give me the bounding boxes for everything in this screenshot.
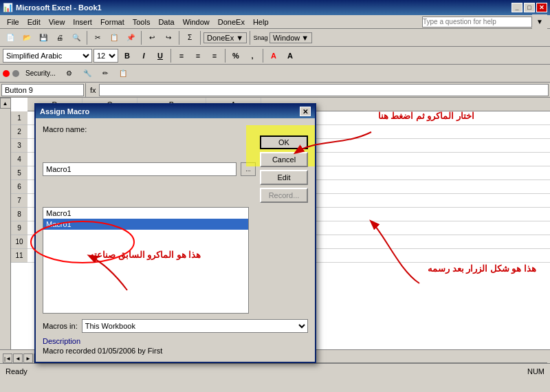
dialog-close-button[interactable]: ✕ — [300, 107, 311, 116]
title-bar: 📊 Microsoft Excel - Book1 _ □ ✕ — [0, 0, 550, 15]
row-9: 9 — [11, 221, 28, 235]
font-size-selector[interactable]: 12 — [94, 49, 118, 63]
scroll-up-btn[interactable]: ▲ — [0, 98, 11, 109]
assign-macro-dialog: Assign Macro ✕ Macro name: ... OK Cancel… — [34, 103, 316, 363]
ok-button[interactable]: OK — [260, 135, 308, 149]
sep1 — [87, 31, 87, 45]
macros-in-label: Macros in: — [43, 322, 78, 330]
tools-btn4[interactable]: 📋 — [116, 66, 131, 81]
align-center-button[interactable]: ≡ — [190, 49, 206, 63]
close-button[interactable]: ✕ — [536, 3, 547, 12]
row-11: 11 — [11, 249, 28, 263]
formula-input[interactable] — [99, 84, 549, 96]
security-btn[interactable]: Security... — [22, 66, 59, 81]
sheet-next-btn[interactable]: ► — [23, 353, 33, 363]
row-8: 8 — [11, 208, 28, 221]
window-title: Microsoft Excel - Book1 — [16, 3, 512, 12]
dialog-body: Macro name: ... OK Cancel Edit Record...… — [36, 118, 315, 362]
window-dropdown[interactable]: Window ▼ — [270, 32, 312, 43]
window-controls: _ □ ✕ — [512, 3, 547, 12]
window-label: Window — [273, 34, 300, 42]
status-text: Ready — [6, 367, 28, 375]
sep2 — [141, 31, 142, 45]
formula-bar: fx — [0, 83, 550, 98]
annotation-right: هذا هو شكل الزرار بعد رسمه — [428, 263, 536, 275]
preview-button[interactable]: 🔍 — [69, 30, 84, 45]
menu-tools[interactable]: Tools — [129, 17, 155, 27]
row-4: 4 — [11, 153, 28, 166]
snagit-button[interactable]: Snag — [253, 30, 268, 45]
font-color-button[interactable]: A — [283, 49, 298, 63]
open-button[interactable]: 📂 — [19, 30, 34, 45]
align-right-button[interactable]: ≡ — [207, 49, 222, 63]
fill-color-button[interactable]: A — [266, 49, 281, 63]
description-section: Description Macro recorded 01/05/2006 by… — [43, 337, 308, 355]
save-button[interactable]: 💾 — [36, 30, 51, 45]
edit-button[interactable]: Edit — [260, 170, 308, 185]
sheet-first-btn[interactable]: |◄ — [3, 353, 12, 363]
menu-edit[interactable]: Edit — [23, 17, 45, 27]
menu-format[interactable]: Format — [96, 17, 129, 27]
sum-button[interactable]: Σ — [182, 30, 197, 45]
menu-window[interactable]: Window — [179, 17, 214, 27]
help-search-button[interactable]: ▼ — [532, 14, 547, 30]
description-label: Description — [43, 337, 308, 345]
tools-btn2[interactable]: 🔧 — [80, 66, 95, 81]
row-2: 2 — [11, 125, 28, 139]
print-button[interactable]: 🖨 — [52, 30, 67, 45]
undo-button[interactable]: ↩ — [144, 30, 160, 45]
dialog-title-bar: Assign Macro ✕ — [36, 105, 315, 118]
formula-icon: fx — [87, 86, 99, 94]
macro-name-input[interactable] — [43, 162, 236, 176]
new-button[interactable]: 📄 — [3, 30, 18, 45]
paste-button[interactable]: 📌 — [123, 30, 138, 45]
macro-name-row: ... OK Cancel Edit Record... — [43, 135, 308, 203]
name-box[interactable] — [1, 84, 84, 96]
annotation-bottom-left: هذا هو الماكرو السابق صناعته — [89, 249, 201, 261]
comma-button[interactable]: , — [245, 49, 260, 63]
formatting-toolbar: Simplified Arabic 12 B I U ≡ ≡ ≡ % , A A — [0, 47, 550, 65]
copy-button[interactable]: 📋 — [107, 30, 122, 45]
cut-button[interactable]: ✂ — [90, 30, 105, 45]
menu-insert[interactable]: Insert — [69, 17, 96, 27]
description-text: Macro recorded 01/05/2006 by First — [43, 347, 308, 355]
fmt-sep1 — [170, 49, 171, 63]
excel-icon: 📊 — [3, 3, 13, 12]
scroll-left: ▲ — [0, 98, 11, 349]
donex-button[interactable]: DoneEx ▼ — [204, 32, 247, 43]
sep4 — [200, 31, 201, 45]
sheet-prev-btn[interactable]: ◄ — [13, 353, 23, 363]
circle-gray — [12, 70, 19, 77]
circle-red — [3, 70, 10, 77]
dialog-buttons-right: OK Cancel Edit Record... — [260, 135, 308, 203]
menu-view[interactable]: View — [45, 17, 69, 27]
tools-btn3[interactable]: ✏ — [98, 66, 113, 81]
cancel-button[interactable]: Cancel — [260, 152, 308, 167]
font-selector[interactable]: Simplified Arabic — [3, 49, 92, 63]
redo-button[interactable]: ↪ — [161, 30, 176, 45]
menu-help[interactable]: Help — [249, 17, 273, 27]
fmt-sep2 — [225, 49, 226, 63]
row-7: 7 — [11, 194, 28, 208]
macros-in-select[interactable]: This Workbook — [82, 319, 308, 333]
record-button[interactable]: Record... — [260, 188, 308, 203]
snagit-label: Snag — [254, 34, 268, 41]
italic-button[interactable]: I — [136, 49, 151, 63]
maximize-button[interactable]: □ — [524, 3, 535, 12]
num-lock-indicator: NUM — [527, 367, 544, 375]
menu-donex[interactable]: DoneEx — [214, 17, 249, 27]
menu-file[interactable]: File — [3, 17, 23, 27]
macro-item-1[interactable]: Macro1 — [43, 208, 248, 219]
row-1: 1 — [11, 111, 28, 125]
minimize-button[interactable]: _ — [512, 3, 522, 12]
status-bar: Ready NUM — [0, 363, 550, 378]
menu-data[interactable]: Data — [154, 17, 178, 27]
help-search-input[interactable] — [422, 17, 532, 28]
percent-button[interactable]: % — [228, 49, 243, 63]
macro-item-2[interactable]: Macro1 — [43, 219, 248, 230]
underline-button[interactable]: U — [153, 49, 168, 63]
sep3 — [179, 31, 179, 45]
bold-button[interactable]: B — [120, 49, 135, 63]
align-left-button[interactable]: ≡ — [174, 49, 189, 63]
tools-btn1[interactable]: ⚙ — [62, 66, 77, 81]
